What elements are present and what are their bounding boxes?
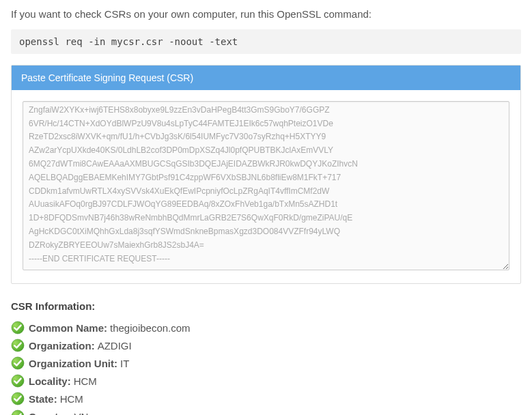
csr-info-title: CSR Information: <box>11 300 521 312</box>
csr-info-row: Organization: AZDIGI <box>11 337 521 354</box>
csr-panel: Paste Certificate Signing Request (CSR) <box>11 65 521 284</box>
check-icon <box>11 392 25 405</box>
csr-field-value: AZDIGI <box>98 340 132 352</box>
csr-field-value: HCM <box>74 375 97 387</box>
csr-field-label: Organization Unit: <box>29 358 117 369</box>
check-icon <box>11 356 25 370</box>
svg-point-5 <box>12 410 24 415</box>
csr-info-row: Country: VN <box>11 407 521 415</box>
csr-info-row: Common Name: thegioibecon.com <box>11 319 521 337</box>
csr-field-value: thegioibecon.com <box>110 322 191 334</box>
check-icon <box>11 410 25 415</box>
csr-info-row: Organization Unit: IT <box>11 354 521 372</box>
csr-field-label: Country: <box>29 411 72 416</box>
csr-field-value: IT <box>120 358 129 369</box>
csr-field-label: Common Name: <box>29 322 107 334</box>
csr-field-value: HCM <box>60 393 83 405</box>
csr-info-list: Common Name: thegioibecon.comOrganizatio… <box>11 319 521 415</box>
check-icon <box>11 374 25 388</box>
csr-field-label: State: <box>29 393 57 405</box>
check-icon <box>11 339 25 352</box>
csr-field-label: Locality: <box>29 375 71 387</box>
csr-panel-header: Paste Certificate Signing Request (CSR) <box>12 66 520 90</box>
csr-field-value: VN <box>74 411 89 416</box>
csr-info-row: Locality: HCM <box>11 372 521 390</box>
csr-info-row: State: HCM <box>11 390 521 407</box>
csr-panel-body <box>12 90 520 283</box>
intro-text: If you want to check CSRs on your own co… <box>11 7 521 21</box>
csr-textarea[interactable] <box>23 101 509 270</box>
openssl-command: openssl req -in mycsr.csr -noout -text <box>11 29 521 54</box>
csr-field-label: Organization: <box>29 340 95 352</box>
check-icon <box>11 321 25 334</box>
